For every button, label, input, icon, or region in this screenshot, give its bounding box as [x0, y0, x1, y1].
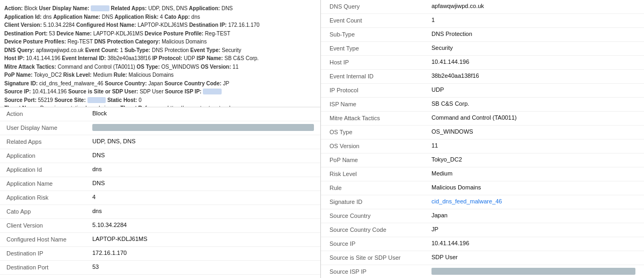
- source-site-label: Source Site:: [54, 97, 87, 103]
- client-ver-label: Client Version:: [4, 22, 43, 28]
- left-detail-value: 172.16.1.170: [92, 250, 314, 256]
- source-isp-ip-label: Source ISP IP:: [165, 89, 203, 94]
- right-detail-row: ISP NameSB C&S Corp.: [321, 98, 644, 112]
- left-detail-label: Related Apps: [6, 138, 92, 145]
- left-detail-row: Cato Appdns: [0, 205, 320, 219]
- right-detail-label: Host IP: [330, 58, 431, 65]
- left-detail-value: 4: [92, 194, 314, 200]
- right-detail-label: Source is Site or SDP User: [330, 254, 431, 261]
- rule-label: Rule:: [114, 72, 129, 78]
- left-detail-row: Application NameDNS: [0, 177, 320, 191]
- os-ver-label: OS Version:: [201, 64, 232, 70]
- source-port-label: Source Port:: [4, 97, 38, 103]
- left-detail-table: ActionBlockUser Display Name Related App…: [0, 107, 320, 278]
- left-detail-row: User Display Name: [0, 121, 320, 135]
- right-detail-row: OS Version11: [321, 140, 644, 153]
- device-posture-profiles-label: Device Posture Profiles:: [4, 39, 68, 45]
- right-detail-row: PoP NameTokyo_DC2: [321, 153, 644, 167]
- right-detail-value: DNS Protection: [431, 31, 635, 37]
- right-detail-label: Source Country Code: [330, 226, 431, 233]
- right-detail-label: Event Type: [330, 45, 431, 52]
- left-detail-row: Device NameLAPTOP-KDLJ61MS: [0, 275, 320, 278]
- event-internal-label: Event Internal ID:: [62, 55, 107, 61]
- right-detail-value: Medium: [431, 170, 635, 177]
- source-sdp-label: Source is Site or SDP User:: [68, 89, 140, 94]
- left-detail-row: Application Iddns: [0, 163, 320, 177]
- right-detail-label: Mitre Attack Tactics: [330, 114, 431, 121]
- right-detail-label: Sub-Type: [330, 31, 431, 38]
- configured-host-label: Configured Host Name:: [76, 22, 137, 28]
- right-detail-row: Source is Site or SDP UserSDP User: [321, 251, 644, 265]
- left-detail-row: Related AppsUDP, DNS, DNS: [0, 135, 320, 149]
- right-detail-value[interactable]: cid_dns_feed_malware_46: [431, 198, 635, 204]
- right-detail-value: 38b2e40aa138f16: [431, 72, 635, 79]
- right-detail-value: SDP User: [431, 254, 635, 260]
- right-detail-label: ISP Name: [330, 100, 431, 107]
- dns-query-label: DNS Query:: [4, 47, 36, 53]
- right-detail-label: Source IP: [330, 240, 431, 247]
- display-name-label: User Display Name:: [39, 5, 91, 11]
- left-detail-label: Application Id: [6, 166, 92, 173]
- right-detail-label: Source ISP IP: [330, 268, 431, 275]
- right-detail-value: JP: [431, 226, 635, 232]
- left-detail-row: ApplicationDNS: [0, 149, 320, 163]
- right-detail-row: Source ISP IP: [321, 265, 644, 278]
- right-detail-label: Rule: [330, 184, 431, 191]
- right-detail-value: UDP: [431, 86, 635, 93]
- left-detail-row: Application Risk4: [0, 191, 320, 205]
- main-container: Action: Block User Display Name: Related…: [0, 0, 644, 278]
- right-detail-label: OS Version: [330, 142, 431, 149]
- left-detail-value: 53: [92, 264, 314, 270]
- app-risk-label: Application Risk:: [115, 14, 160, 20]
- right-detail-value: Command and Control (TA0011): [431, 114, 635, 121]
- left-detail-label: User Display Name: [6, 124, 92, 131]
- source-country-label: Source Country:: [105, 81, 148, 86]
- right-detail-label: Signature ID: [330, 198, 431, 205]
- right-detail-row: Signature IDcid_dns_feed_malware_46: [321, 195, 644, 209]
- action-label: Action:: [4, 5, 24, 11]
- right-panel: DNS Queryapfawqwjiwpd.co.ukEvent Count1S…: [321, 0, 644, 278]
- left-detail-row: Destination Port53: [0, 261, 320, 275]
- right-detail-label: Event Internal ID: [330, 72, 431, 79]
- host-ip-label: Host IP:: [4, 55, 26, 61]
- right-detail-value: 11: [431, 142, 635, 149]
- left-detail-value: DNS: [92, 152, 314, 158]
- right-detail-value: 10.41.144.196: [431, 58, 635, 65]
- os-type-label: OS Type:: [137, 64, 162, 70]
- right-detail-label: IP Protocol: [330, 86, 431, 93]
- ip-proto-label: IP Protocol:: [152, 55, 184, 61]
- right-detail-value: Tokyo_DC2: [431, 156, 635, 163]
- right-detail-row: Risk LevelMedium: [321, 167, 644, 181]
- mitre-label: Mitre Attack Tactics:: [4, 64, 57, 70]
- right-detail-label: Event Count: [330, 17, 431, 24]
- dest-port-label: Destination Port:: [4, 31, 49, 36]
- event-type-label: Event Type:: [191, 47, 222, 53]
- right-detail-label: OS Type: [330, 128, 431, 135]
- right-detail-row: Event Count1: [321, 14, 644, 28]
- left-detail-label: Destination Port: [6, 264, 92, 270]
- right-detail-row: OS TypeOS_WINDOWS: [321, 126, 644, 140]
- left-detail-label: Destination IP: [6, 250, 92, 257]
- right-detail-value: [431, 268, 635, 275]
- right-detail-row: Host IP10.41.144.196: [321, 56, 644, 70]
- left-detail-row: Client Version5.10.34.2284: [0, 219, 320, 233]
- right-detail-row: RuleMalicious Domains: [321, 181, 644, 195]
- right-detail-row: Event TypeSecurity: [321, 42, 644, 56]
- left-detail-value: dns: [92, 166, 314, 172]
- event-count-label: Event Count:: [85, 47, 120, 53]
- application-label: Application:: [189, 5, 222, 11]
- static-host-label: Static Host:: [107, 97, 138, 103]
- left-detail-label: Cato App: [6, 208, 92, 215]
- right-detail-label: DNS Query: [330, 3, 431, 10]
- right-detail-value: 1: [431, 17, 635, 23]
- left-detail-row: Destination IP172.16.1.170: [0, 247, 320, 261]
- right-detail-value: apfawqwjiwpd.co.uk: [431, 3, 635, 9]
- device-posture-label: Device Posture Profile:: [145, 31, 205, 36]
- right-detail-value: Security: [431, 45, 635, 51]
- left-detail-row: Configured Host NameLAPTOP-KDLJ61MS: [0, 233, 320, 247]
- left-detail-value: 5.10.34.2284: [92, 222, 314, 228]
- right-detail-row: Source Country CodeJP: [321, 223, 644, 237]
- right-detail-row: Mitre Attack TacticsCommand and Control …: [321, 112, 644, 126]
- right-detail-value: 10.41.144.196: [431, 240, 635, 246]
- left-detail-label: Application: [6, 152, 92, 159]
